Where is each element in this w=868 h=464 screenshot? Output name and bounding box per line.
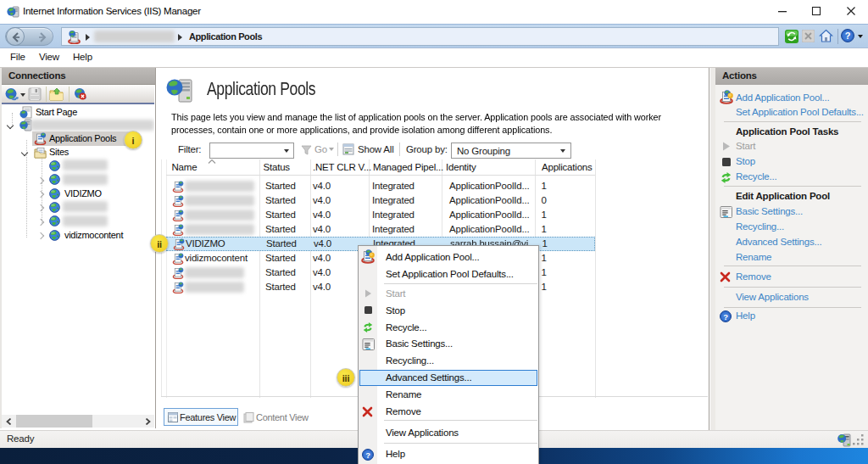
svg-text:?: ? [365, 450, 370, 460]
svg-text:?: ? [723, 312, 728, 321]
svg-text:?: ? [845, 31, 851, 41]
